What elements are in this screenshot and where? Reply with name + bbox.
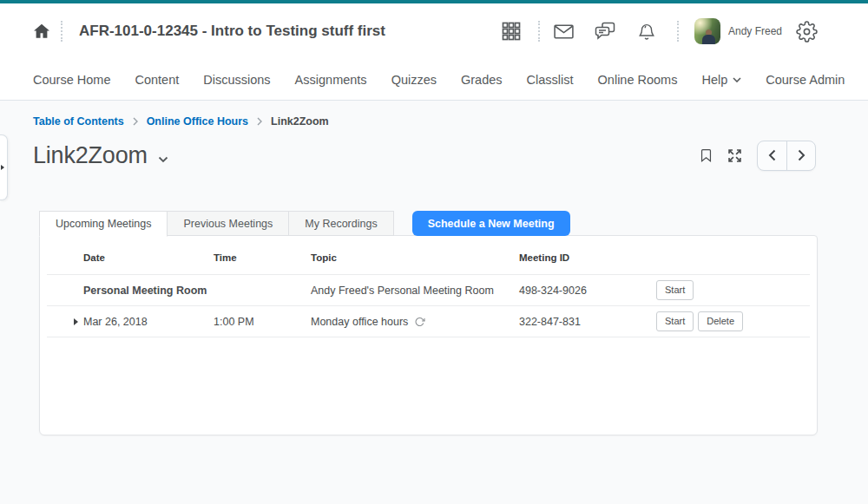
breadcrumb: Table of Contents Online Office Hours Li… xyxy=(0,101,868,128)
link2zoom-widget: Upcoming Meetings Previous Meetings My R… xyxy=(39,211,818,435)
nav-content[interactable]: Content xyxy=(135,73,179,87)
cell-date: Personal Meeting Room xyxy=(83,285,214,297)
table-row: Personal Meeting Room Andy Freed's Perso… xyxy=(47,275,810,306)
fullscreen-icon[interactable] xyxy=(727,147,743,164)
divider xyxy=(677,21,679,42)
chevron-left-icon xyxy=(768,149,776,161)
app-header: AFR-101-0-12345 - Intro to Testing stuff… xyxy=(0,3,868,59)
course-title: AFR-101-0-12345 - Intro to Testing stuff… xyxy=(79,23,385,40)
chevron-right-icon xyxy=(798,149,806,161)
nav-course-home[interactable]: Course Home xyxy=(33,73,110,87)
cell-topic: Monday office hours xyxy=(311,316,519,328)
header-topic: Topic xyxy=(311,252,519,263)
tab-label: Previous Meetings xyxy=(183,218,273,230)
course-navbar: Course Home Content Discussions Assignme… xyxy=(0,59,868,101)
upcoming-meetings-panel: Date Time Topic Meeting ID Personal Meet… xyxy=(39,235,818,435)
tab-label: Upcoming Meetings xyxy=(56,218,151,230)
nav-quizzes[interactable]: Quizzes xyxy=(391,73,437,87)
nav-discussions[interactable]: Discussions xyxy=(203,73,270,87)
expand-row-triangle-icon[interactable] xyxy=(74,318,78,325)
nav-label: Grades xyxy=(461,73,503,87)
previous-button[interactable] xyxy=(758,141,786,170)
nav-label: Discussions xyxy=(203,73,270,87)
cell-meeting-id: 498-324-9026 xyxy=(519,285,656,297)
bell-icon[interactable] xyxy=(637,21,656,42)
avatar[interactable] xyxy=(694,18,720,44)
cell-topic: Andy Freed's Personal Meeting Room xyxy=(311,285,519,297)
gear-icon[interactable] xyxy=(796,21,818,43)
nav-label: Classlist xyxy=(527,73,574,87)
title-actions xyxy=(699,141,816,171)
nav-label: Course Admin xyxy=(766,73,845,87)
triangle-right-icon xyxy=(1,165,4,170)
tab-my-recordings[interactable]: My Recordings xyxy=(288,211,393,236)
content-pager xyxy=(757,141,816,171)
chevron-down-icon xyxy=(733,77,741,82)
divider xyxy=(61,21,62,42)
tab-label: My Recordings xyxy=(305,218,377,230)
nav-classlist[interactable]: Classlist xyxy=(527,73,574,87)
cell-actions: Start Delete xyxy=(656,311,810,331)
nav-label: Assignments xyxy=(295,73,367,87)
bookmark-icon[interactable] xyxy=(699,147,713,164)
title-dropdown-chevron-icon[interactable] xyxy=(158,151,168,167)
cell-actions: Start xyxy=(656,280,810,300)
header-right-cluster: Andy Freed xyxy=(502,18,818,44)
user-name: Andy Freed xyxy=(728,25,782,37)
date-text: Mar 26, 2018 xyxy=(83,316,148,328)
tab-previous-meetings[interactable]: Previous Meetings xyxy=(167,211,289,236)
breadcrumb-table-of-contents[interactable]: Table of Contents xyxy=(33,115,124,128)
breadcrumb-online-office-hours[interactable]: Online Office Hours xyxy=(147,115,248,128)
nav-label: Help xyxy=(701,73,727,87)
nav-help-dropdown[interactable]: Help xyxy=(701,73,741,87)
topic-text: Andy Freed's Personal Meeting Room xyxy=(311,285,494,297)
nav-label: Online Rooms xyxy=(598,73,678,87)
table-header-row: Date Time Topic Meeting ID xyxy=(47,236,810,275)
breadcrumb-current: Link2Zoom xyxy=(271,115,329,128)
tab-bar: Upcoming Meetings Previous Meetings My R… xyxy=(39,211,818,236)
topic-text: Monday office hours xyxy=(311,316,408,328)
schedule-new-meeting-button[interactable]: Schedule a New Meeting xyxy=(412,211,570,236)
mail-icon[interactable] xyxy=(553,21,575,43)
header-meeting-id: Meeting ID xyxy=(519,252,656,263)
nav-grades[interactable]: Grades xyxy=(461,73,503,87)
divider xyxy=(538,21,540,42)
avatar-photo xyxy=(702,35,715,44)
cell-time: 1:00 PM xyxy=(214,316,311,328)
nav-label: Quizzes xyxy=(391,73,437,87)
nav-label: Content xyxy=(135,73,179,87)
table-row: Mar 26, 2018 1:00 PM Monday office hours… xyxy=(47,306,810,337)
nav-online-rooms[interactable]: Online Rooms xyxy=(598,73,678,87)
app-grid-icon[interactable] xyxy=(502,22,521,41)
start-button[interactable]: Start xyxy=(656,311,694,331)
recurring-icon xyxy=(414,317,425,327)
nav-course-admin[interactable]: Course Admin xyxy=(766,73,845,87)
start-button[interactable]: Start xyxy=(656,280,694,300)
nav-label: Course Home xyxy=(33,73,110,87)
tab-upcoming-meetings[interactable]: Upcoming Meetings xyxy=(39,211,168,237)
expand-side-panel-toggle[interactable] xyxy=(0,134,8,200)
header-time: Time xyxy=(214,252,311,263)
next-button[interactable] xyxy=(786,141,815,170)
home-icon[interactable] xyxy=(33,23,50,39)
nav-assignments[interactable]: Assignments xyxy=(295,73,367,87)
chevron-right-icon xyxy=(133,117,138,126)
page-title-row: Link2Zoom xyxy=(33,138,816,173)
page-title: Link2Zoom xyxy=(33,142,148,169)
header-date: Date xyxy=(83,252,214,263)
chevron-right-icon xyxy=(257,117,262,126)
cell-meeting-id: 322-847-831 xyxy=(519,316,656,328)
delete-button[interactable]: Delete xyxy=(698,311,743,331)
chat-icon[interactable] xyxy=(594,21,616,42)
cell-date: Mar 26, 2018 xyxy=(83,316,214,328)
